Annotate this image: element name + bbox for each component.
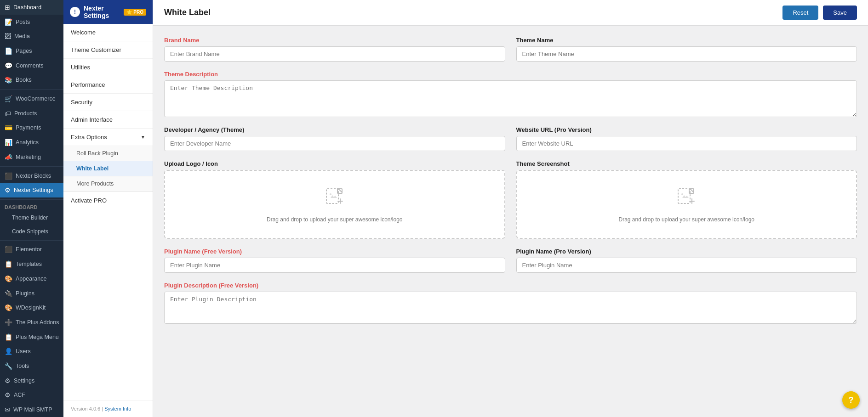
upload-logo-dropzone[interactable]: Drag and drop to upload your super aweso… (164, 170, 505, 239)
form-row-theme-desc: Theme Description (164, 71, 857, 117)
form-row-plugin-desc: Plugin Description (Free Version) (164, 282, 857, 324)
dashboard-section-label: Dashboard (0, 202, 63, 211)
form-group-developer: Developer / Agency (Theme) (164, 126, 505, 151)
upload-logo-label: Upload Logo / Icon (164, 160, 505, 167)
left-submenu: Roll Back Plugin White Label More Produc… (63, 146, 153, 192)
sidebar-item-the-plus-addons[interactable]: ➕ The Plus Addons (0, 315, 63, 330)
pro-icon: ⭐ (126, 10, 132, 15)
plugin-description-free-textarea[interactable] (164, 292, 857, 324)
sidebar-item-nexter-blocks[interactable]: ⬛ Nexter Blocks (0, 169, 63, 183)
sidebar-item-payments[interactable]: 💳 Payments (0, 121, 63, 135)
reset-button[interactable]: Reset (782, 6, 818, 20)
right-panel: White Label Reset Save Brand Name Theme … (153, 0, 868, 417)
theme-screenshot-dropzone[interactable]: Drag and drop to upload your super aweso… (516, 170, 857, 239)
sidebar-item-books[interactable]: 📚 Books (0, 73, 63, 88)
left-submenu-white-label[interactable]: White Label (63, 161, 153, 176)
sidebar-item-tools[interactable]: 🔧 Tools (0, 359, 63, 373)
plugin-area: ! Nexter Settings ⭐ PRO Welcome Theme Cu… (63, 0, 868, 417)
help-button[interactable]: ? (842, 391, 860, 409)
products-icon: 🏷 (5, 110, 11, 117)
page-title: White Label (164, 8, 211, 17)
upload-logo-icon (324, 185, 346, 211)
plus-mega-menu-icon: 📋 (5, 333, 12, 341)
users-icon: 👤 (5, 348, 12, 355)
nexter-settings-icon: ⚙ (5, 186, 11, 194)
upload-logo-text: Drag and drop to upload your super aweso… (267, 215, 403, 224)
left-submenu-roll-back-plugin[interactable]: Roll Back Plugin (63, 146, 153, 161)
save-button[interactable]: Save (823, 6, 857, 20)
developer-input[interactable] (164, 136, 505, 151)
sidebar-item-marketing[interactable]: 📣 Marketing (0, 150, 63, 164)
wdesignkit-icon: 🎨 (5, 304, 12, 311)
form-group-theme-description: Theme Description (164, 71, 857, 117)
plugin-name-pro-label: Plugin Name (Pro Version) (516, 248, 857, 255)
sidebar-divider-2 (0, 166, 63, 167)
acf-icon: ⚙ (5, 391, 11, 399)
sidebar-item-analytics[interactable]: 📊 Analytics (0, 135, 63, 150)
theme-screenshot-label: Theme Screenshot (516, 160, 857, 167)
sidebar-item-plus-mega-menu[interactable]: 📋 Plus Mega Menu (0, 330, 63, 344)
left-menu-theme-customizer[interactable]: Theme Customizer (63, 41, 153, 59)
left-panel-footer: Version 4.0.6 | System Info (63, 400, 153, 417)
elementor-icon: ⬛ (5, 246, 12, 253)
form-group-plugin-description-free: Plugin Description (Free Version) (164, 282, 857, 324)
sidebar-item-plugins[interactable]: 🔌 Plugins (0, 286, 63, 301)
sidebar-item-code-snippets[interactable]: Code Snippets (0, 225, 63, 238)
sidebar-item-templates[interactable]: 📋 Templates (0, 257, 63, 271)
theme-description-textarea[interactable] (164, 80, 857, 117)
left-menu-utilities[interactable]: Utilities (63, 59, 153, 76)
left-menu-security[interactable]: Security (63, 94, 153, 111)
pro-badge: ⭐ PRO (124, 9, 146, 16)
left-menu-welcome[interactable]: Welcome (63, 24, 153, 41)
sidebar-item-elementor[interactable]: ⬛ Elementor (0, 242, 63, 257)
sidebar-item-wdesignkit[interactable]: 🎨 WDesignKit (0, 300, 63, 315)
sidebar-item-nexter-settings[interactable]: ⚙ Nexter Settings (0, 183, 63, 197)
left-submenu-more-products[interactable]: More Products (63, 176, 153, 192)
sidebar-item-media[interactable]: 🖼 Media (0, 29, 63, 44)
sidebar-item-acf[interactable]: ⚙ ACF (0, 388, 63, 403)
left-menu-extra-options[interactable]: Extra Options ▼ (63, 129, 153, 146)
sidebar-item-products[interactable]: 🏷 Products (0, 106, 63, 121)
sidebar-item-pages[interactable]: 📄 Pages (0, 44, 63, 58)
books-icon: 📚 (5, 76, 12, 84)
plugin-description-free-label: Plugin Description (Free Version) (164, 282, 857, 289)
sidebar-item-posts[interactable]: 📝 Posts (0, 15, 63, 29)
form-area: Brand Name Theme Name Theme Description (153, 26, 868, 417)
left-panel-header: ! Nexter Settings ⭐ PRO (63, 0, 153, 24)
comments-icon: 💬 (5, 62, 12, 69)
nexter-icon: ! (70, 7, 80, 17)
sidebar-item-settings[interactable]: ⚙ Settings (0, 373, 63, 388)
media-icon: 🖼 (5, 33, 11, 40)
settings-icon: ⚙ (5, 377, 11, 384)
sidebar-item-theme-builder[interactable]: Theme Builder (0, 211, 63, 225)
system-info-link[interactable]: System Info (104, 406, 131, 411)
nexter-blocks-icon: ⬛ (5, 172, 12, 180)
brand-name-input[interactable] (164, 46, 505, 62)
marketing-icon: 📣 (5, 153, 12, 161)
theme-name-input[interactable] (516, 46, 857, 62)
activate-pro-link[interactable]: Activate PRO (63, 192, 153, 209)
left-menu-admin-interface[interactable]: Admin Interface (63, 111, 153, 129)
brand-name-label: Brand Name (164, 37, 505, 44)
plugin-name-pro-input[interactable] (516, 258, 857, 273)
analytics-icon: 📊 (5, 139, 12, 146)
header-buttons: Reset Save (782, 6, 857, 20)
version-label: Version 4.0.6 (71, 406, 100, 411)
form-group-plugin-name-pro: Plugin Name (Pro Version) (516, 248, 857, 273)
left-menu-performance[interactable]: Performance (63, 76, 153, 94)
plugin-name-free-input[interactable] (164, 258, 505, 273)
website-url-input[interactable] (516, 136, 857, 151)
footer-separator: | (102, 406, 103, 411)
sidebar-item-appearance[interactable]: 🎨 Appearance (0, 271, 63, 286)
form-row-uploads: Upload Logo / Icon (164, 160, 857, 239)
plugin-name-free-label: Plugin Name (Free Version) (164, 248, 505, 255)
sidebar-item-wp-mail-smtp[interactable]: ✉ WP Mail SMTP (0, 402, 63, 417)
sidebar: ⊞ Dashboard 📝 Posts 🖼 Media 📄 Pages 💬 Co… (0, 0, 63, 417)
website-url-label: Website URL (Pro Version) (516, 126, 857, 133)
sidebar-item-woocommerce[interactable]: 🛒 WooCommerce (0, 91, 63, 106)
wp-mail-smtp-icon: ✉ (5, 406, 10, 413)
pro-label: PRO (133, 10, 143, 15)
sidebar-item-users[interactable]: 👤 Users (0, 344, 63, 359)
sidebar-item-dashboard[interactable]: ⊞ Dashboard (0, 0, 63, 15)
sidebar-item-comments[interactable]: 💬 Comments (0, 58, 63, 73)
